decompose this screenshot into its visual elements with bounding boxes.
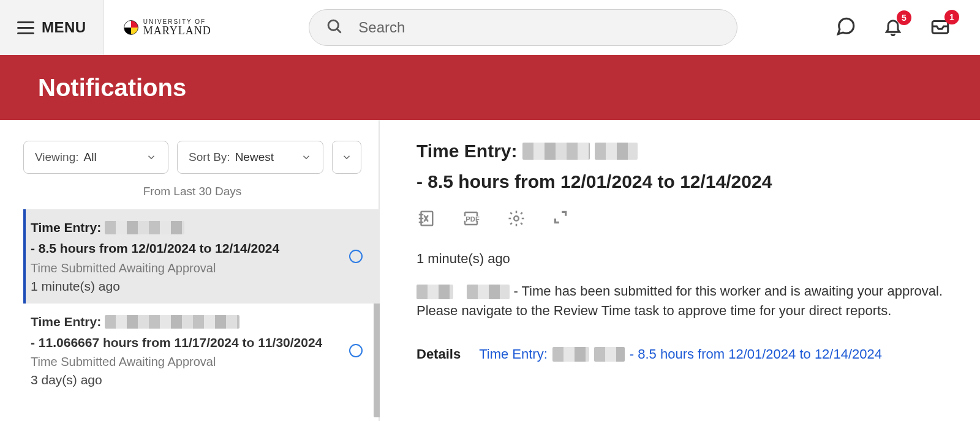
search-input[interactable] — [309, 9, 737, 46]
logo-bottom: MARYLAND — [143, 25, 211, 36]
title-suffix: - 8.5 hours from 12/01/2024 to 12/14/202… — [31, 240, 279, 257]
list-item-timestamp: 1 minute(s) ago — [31, 279, 343, 294]
list-item-status: Time Submitted Awaiting Approval — [31, 355, 343, 369]
detail-title: Time Entry: - 8.5 hours from 12/01/2024 … — [417, 138, 962, 195]
chevron-down-icon — [146, 152, 157, 163]
title-prefix: Time Entry: — [31, 313, 101, 330]
notification-list-pane: Viewing: All Sort By: Newest From Last 3… — [0, 120, 380, 421]
header-actions: 5 1 — [835, 16, 980, 39]
search-wrap — [309, 9, 737, 46]
unread-indicator[interactable] — [349, 250, 363, 263]
list-item-timestamp: 3 day(s) ago — [31, 373, 343, 387]
redacted-name — [467, 285, 510, 299]
list-item[interactable]: Time Entry: - 8.5 hours from 12/01/2024 … — [23, 209, 380, 304]
list-item-title: Time Entry: - 11.066667 hours from 11/17… — [31, 313, 343, 352]
export-pdf-button[interactable]: PDF — [462, 209, 480, 230]
unread-indicator[interactable] — [349, 344, 363, 357]
sortby-value: Newest — [235, 151, 274, 164]
inbox-badge: 1 — [944, 10, 959, 24]
filter-bar: Viewing: All Sort By: Newest — [23, 141, 380, 174]
viewing-value: All — [83, 151, 96, 164]
pdf-icon: PDF — [462, 209, 480, 228]
settings-button[interactable] — [507, 209, 526, 230]
org-logo[interactable]: UNIVERSITY OF MARYLAND — [124, 19, 211, 36]
expand-icon — [552, 209, 568, 225]
redacted-name — [594, 347, 625, 362]
list-item[interactable]: Time Entry: - 11.066667 hours from 11/17… — [23, 304, 380, 398]
redacted-name — [105, 315, 239, 329]
details-row: Details Time Entry: - 8.5 hours from 12/… — [417, 346, 962, 362]
more-filters-dropdown[interactable] — [332, 141, 361, 174]
notification-detail-pane: Time Entry: - 8.5 hours from 12/01/2024 … — [380, 120, 980, 421]
redacted-name — [417, 285, 453, 299]
app-header: MENU UNIVERSITY OF MARYLAND 5 — [0, 0, 980, 55]
hamburger-icon — [17, 21, 34, 34]
menu-button[interactable]: MENU — [0, 0, 104, 55]
search-icon — [326, 18, 343, 37]
svg-line-1 — [337, 29, 341, 33]
date-range-hint: From Last 30 Days — [23, 185, 380, 198]
detail-title-suffix: - 8.5 hours from 12/01/2024 to 12/14/202… — [417, 169, 772, 195]
fullscreen-button[interactable] — [552, 209, 568, 230]
menu-label: MENU — [42, 19, 86, 36]
svg-text:PDF: PDF — [466, 215, 480, 223]
page-title: Notifications — [38, 74, 186, 102]
chevron-down-icon — [301, 152, 312, 163]
md-seal-icon — [124, 20, 138, 35]
chat-icon — [835, 16, 856, 37]
svg-point-5 — [514, 216, 519, 221]
bell-badge: 5 — [897, 10, 911, 25]
title-suffix: - 11.066667 hours from 11/17/2024 to 11/… — [31, 334, 322, 351]
viewing-dropdown[interactable]: Viewing: All — [23, 141, 168, 174]
logo-text: UNIVERSITY OF MARYLAND — [143, 19, 211, 36]
detail-timestamp: 1 minute(s) ago — [417, 251, 962, 267]
details-label: Details — [417, 346, 461, 362]
redacted-name — [105, 221, 184, 234]
viewing-label: Viewing: — [35, 151, 78, 164]
sortby-label: Sort By: — [189, 151, 230, 164]
detail-title-prefix: Time Entry: — [417, 138, 518, 164]
notifications-button[interactable]: 5 — [883, 17, 903, 39]
excel-icon — [417, 209, 435, 228]
redacted-name — [552, 347, 589, 362]
link-prefix: Time Entry: — [479, 346, 548, 362]
detail-message: - Time has been submitted for this worke… — [417, 281, 962, 321]
notification-list: Time Entry: - 8.5 hours from 12/01/2024 … — [23, 209, 380, 417]
content: Viewing: All Sort By: Newest From Last 3… — [0, 120, 980, 421]
redacted-name — [595, 143, 638, 160]
chat-button[interactable] — [835, 16, 856, 39]
detail-toolbar: PDF — [417, 209, 962, 230]
gear-icon — [507, 209, 526, 228]
svg-point-0 — [328, 20, 338, 30]
chevron-down-icon — [341, 152, 352, 163]
list-item-status: Time Submitted Awaiting Approval — [31, 261, 343, 275]
sortby-dropdown[interactable]: Sort By: Newest — [177, 141, 323, 174]
link-suffix: - 8.5 hours from 12/01/2024 to 12/14/202… — [630, 346, 882, 362]
list-item-title: Time Entry: - 8.5 hours from 12/01/2024 … — [31, 219, 343, 258]
export-excel-button[interactable] — [417, 209, 435, 230]
page-banner: Notifications — [0, 55, 980, 120]
details-link[interactable]: Time Entry: - 8.5 hours from 12/01/2024 … — [479, 346, 882, 362]
inbox-button[interactable]: 1 — [930, 16, 951, 39]
title-prefix: Time Entry: — [31, 219, 101, 236]
redacted-name — [522, 143, 590, 160]
